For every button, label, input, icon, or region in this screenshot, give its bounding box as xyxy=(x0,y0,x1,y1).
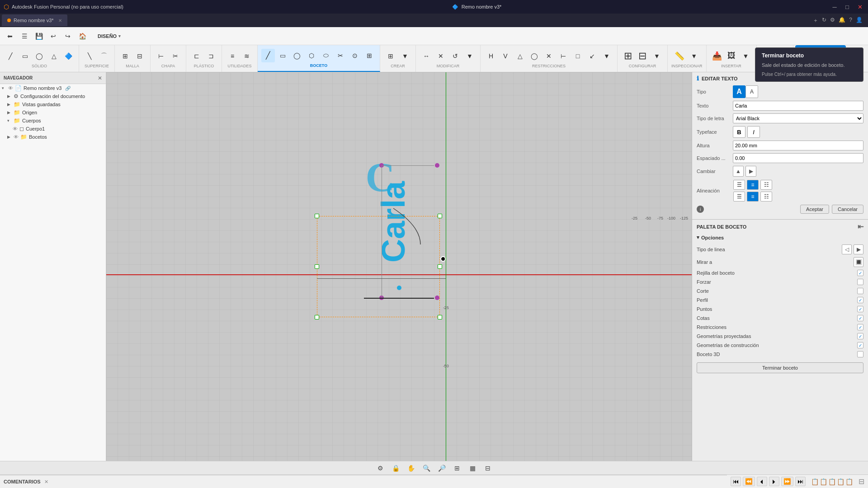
align-bl-btn[interactable]: ☰ xyxy=(733,192,745,202)
font-select[interactable]: Arial Black Arial Times New Roman xyxy=(733,113,863,123)
palette-expand-icon[interactable]: ⇤ xyxy=(858,222,863,231)
modificar-tool-1[interactable]: ↔ xyxy=(420,49,433,63)
bell-icon[interactable]: 🔔 xyxy=(839,17,845,24)
viewport-pan-btn[interactable]: ✋ xyxy=(405,463,417,473)
zoom-in-btn[interactable]: 🔍 xyxy=(420,463,432,473)
help-icon[interactable]: ? xyxy=(849,17,852,24)
superficie-tool-2[interactable]: ⌒ xyxy=(97,49,111,63)
boceto-ellipse-tool[interactable]: ⬭ xyxy=(319,49,333,62)
visibility-bocetos-icon[interactable]: 👁 xyxy=(14,134,19,140)
espaciado-input[interactable] xyxy=(733,153,863,163)
forzar-checkbox[interactable] xyxy=(857,279,863,285)
viewport-settings-btn[interactable]: ⚙ xyxy=(374,463,386,473)
malla-tool-1[interactable]: ⊞ xyxy=(118,49,132,63)
navigator-close-icon[interactable]: ✕ xyxy=(98,75,102,81)
config-dropdown[interactable]: ▼ xyxy=(650,49,664,63)
boceto-rect-tool[interactable]: ▭ xyxy=(276,49,289,62)
timeline-settings-icon[interactable]: ⊟ xyxy=(859,477,864,486)
undo-button[interactable]: ↩ xyxy=(47,30,60,42)
crear-tool-1[interactable]: ⊞ xyxy=(384,49,397,63)
restricciones-checkbox[interactable] xyxy=(857,324,863,330)
change-prev-btn[interactable]: ▲ xyxy=(733,166,744,177)
viewport[interactable]: -25 -50 -75 -100 -125 -25 -50 C Carla xyxy=(106,72,692,461)
inspect-tool-1[interactable]: 📏 xyxy=(673,49,686,63)
align-tc-btn[interactable]: ≡ xyxy=(747,180,759,190)
timeline-icon-1[interactable]: 📋 xyxy=(811,478,819,485)
modificar-tool-2[interactable]: ✕ xyxy=(434,49,448,63)
handle-ml[interactable] xyxy=(315,264,319,269)
restric-tool-8[interactable]: ↙ xyxy=(585,49,599,63)
cotas-checkbox[interactable] xyxy=(857,315,863,321)
cancel-button[interactable]: Cancelar xyxy=(832,205,863,214)
handle-br[interactable] xyxy=(438,315,442,319)
handle-bl[interactable] xyxy=(315,315,319,319)
utilidades-tool-1[interactable]: ≡ xyxy=(226,49,239,63)
new-tab-icon[interactable]: ＋ xyxy=(813,17,818,24)
solid-tool-4[interactable]: △ xyxy=(47,49,61,63)
restric-tool-1[interactable]: H xyxy=(484,49,498,63)
play-begin-btn[interactable]: ⏮ xyxy=(731,477,741,486)
handle-tr[interactable] xyxy=(438,214,442,218)
grid-toggle-btn[interactable]: ⊞ xyxy=(451,463,463,473)
minimize-button[interactable]: ─ xyxy=(830,4,839,10)
rejilla-checkbox[interactable] xyxy=(857,270,863,276)
play-back-btn[interactable]: ⏪ xyxy=(743,477,755,486)
redo-button[interactable]: ↪ xyxy=(61,30,74,42)
back-button[interactable]: ⬅ xyxy=(4,30,16,42)
nav-item-remo[interactable]: ▾ 👁 📄 Remo nombre v3 🔗 xyxy=(0,84,106,92)
perfil-checkbox[interactable] xyxy=(857,297,863,303)
inspect-dropdown[interactable]: ▼ xyxy=(687,49,701,63)
nav-item-cuerpo1[interactable]: 👁 ◻ Cuerpo1 xyxy=(0,125,106,133)
play-step-fwd-btn[interactable]: ⏵ xyxy=(769,477,779,486)
italic-button[interactable]: I xyxy=(747,126,760,138)
handle-mr[interactable] xyxy=(438,264,442,269)
rotate-handle[interactable] xyxy=(440,256,446,262)
bold-button[interactable]: B xyxy=(733,126,745,138)
modificar-tool-3[interactable]: ↺ xyxy=(448,49,462,63)
restric-tool-5[interactable]: ✕ xyxy=(542,49,556,63)
boceto-pattern-tool[interactable]: ⊞ xyxy=(363,49,376,62)
type-btn-a-large[interactable]: A xyxy=(733,85,745,98)
geom-proyectadas-checkbox[interactable] xyxy=(857,333,863,339)
menu-button[interactable]: ☰ xyxy=(18,30,31,42)
tipo-linea-prev-btn[interactable]: ◁ xyxy=(842,244,852,254)
handle-purple-bottom-r[interactable] xyxy=(435,296,439,300)
plastico-tool-2[interactable]: ⊐ xyxy=(204,49,218,63)
info-icon[interactable]: i xyxy=(697,206,704,213)
save-button[interactable]: 💾 xyxy=(33,30,45,42)
align-tr-btn[interactable]: ☷ xyxy=(760,180,772,190)
nav-item-config[interactable]: ▶ ⚙ Configuración del documento xyxy=(0,92,106,100)
nav-item-vistas[interactable]: ▶ 📁 Vistas guardadas xyxy=(0,100,106,108)
handle-purple-right[interactable] xyxy=(435,163,439,168)
solid-tool-3[interactable]: ◯ xyxy=(33,49,46,63)
comments-close-btn[interactable]: ✕ xyxy=(44,479,48,485)
nav-item-origen[interactable]: ▶ 📁 Origen xyxy=(0,108,106,117)
home-button[interactable]: 🏠 xyxy=(76,30,89,42)
visibility-icon[interactable]: 👁 xyxy=(8,85,13,91)
active-tab[interactable]: Remo nombre v3* ✕ xyxy=(2,14,67,26)
corte-checkbox[interactable] xyxy=(857,288,863,294)
solid-tool-1[interactable]: ╱ xyxy=(4,49,17,63)
account-icon[interactable]: 👤 xyxy=(856,17,863,24)
boceto-offset-tool[interactable]: ⊙ xyxy=(348,49,362,62)
restric-tool-6[interactable]: ⊢ xyxy=(557,49,570,63)
config-tool-1[interactable]: ⊞ xyxy=(621,49,635,63)
insert-tool-2[interactable]: 🖼 xyxy=(725,49,738,63)
boceto-clip-tool[interactable]: ✂ xyxy=(334,49,347,62)
restric-tool-9[interactable]: ▼ xyxy=(600,49,613,63)
settings-icon[interactable]: ⚙ xyxy=(830,17,835,24)
visibility-cuerpo1-icon[interactable]: 👁 xyxy=(13,126,18,131)
display-options-btn[interactable]: ⊟ xyxy=(482,463,494,473)
play-end-btn[interactable]: ⏭ xyxy=(795,477,806,486)
handle-mid-point[interactable] xyxy=(397,286,401,290)
boceto-poly-tool[interactable]: ⬡ xyxy=(305,49,318,62)
solid-tool-2[interactable]: ▭ xyxy=(18,49,32,63)
crear-tool-2[interactable]: ▼ xyxy=(398,49,412,63)
maximize-button[interactable]: □ xyxy=(843,4,852,10)
chapa-tool-2[interactable]: ✂ xyxy=(169,49,182,63)
tipo-linea-next-btn[interactable]: ▶ xyxy=(854,244,863,254)
align-br-btn[interactable]: ☷ xyxy=(760,192,772,202)
design-dropdown[interactable]: DISEÑO xyxy=(94,30,124,42)
insert-dropdown[interactable]: ▼ xyxy=(739,49,753,63)
superficie-tool-1[interactable]: ╲ xyxy=(83,49,96,63)
